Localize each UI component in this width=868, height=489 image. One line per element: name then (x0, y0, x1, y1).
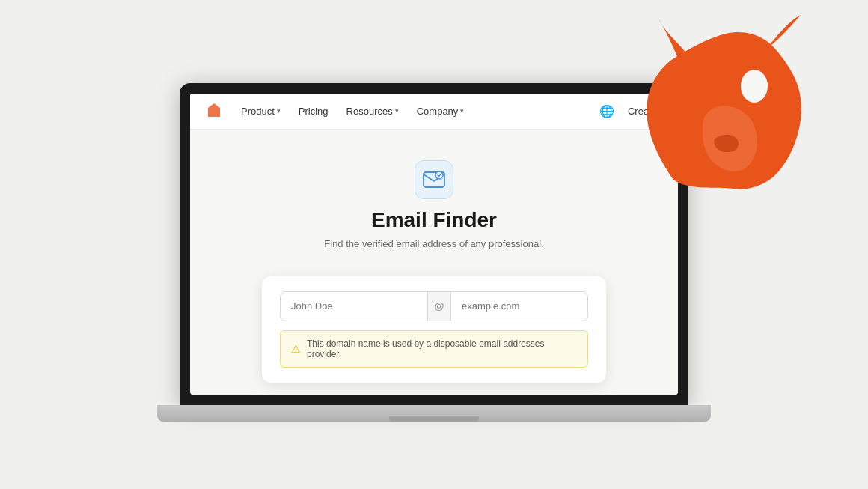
company-chevron-icon: ▾ (460, 107, 464, 115)
laptop-base (157, 405, 711, 422)
nav-item-resources[interactable]: Resources ▾ (339, 101, 406, 121)
page-subtitle: Find the verified email address of any p… (324, 238, 543, 249)
svg-point-2 (435, 171, 443, 179)
warning-box: ⚠ This domain name is used by a disposab… (280, 330, 588, 368)
domain-input[interactable] (451, 293, 588, 319)
nav-item-company[interactable]: Company ▾ (409, 101, 472, 121)
svg-point-0 (741, 70, 768, 103)
nav-company-label: Company (417, 106, 459, 117)
nav-item-pricing[interactable]: Pricing (291, 101, 336, 121)
fox-mascot (629, 15, 823, 210)
main-content: Email Finder Find the verified email add… (190, 130, 678, 395)
nav-resources-label: Resources (346, 106, 393, 117)
warning-text: This domain name is used by a disposable… (307, 338, 577, 359)
nav-product-label: Product (241, 106, 275, 117)
name-input[interactable] (281, 293, 427, 319)
email-finder-icon-wrapper (415, 160, 453, 199)
globe-icon[interactable]: 🌐 (595, 100, 619, 123)
resources-chevron-icon: ▾ (395, 107, 399, 115)
laptop-screen-inner: Product ▾ Pricing Resources ▾ Company ▾ … (190, 94, 678, 395)
product-chevron-icon: ▾ (277, 107, 281, 115)
laptop-screen-outer: Product ▾ Pricing Resources ▾ Company ▾ … (180, 83, 688, 405)
search-card: @ ⚠ This domain name is used by a dispo (262, 276, 606, 383)
at-divider: @ (427, 292, 451, 321)
search-row: @ (280, 291, 588, 321)
laptop: Product ▾ Pricing Resources ▾ Company ▾ … (157, 83, 711, 422)
page-title: Email Finder (371, 208, 497, 232)
navbar: Product ▾ Pricing Resources ▾ Company ▾ … (190, 94, 678, 130)
nav-pricing-label: Pricing (299, 106, 328, 117)
logo (205, 102, 223, 120)
nav-item-product[interactable]: Product ▾ (233, 101, 288, 121)
warning-icon: ⚠ (291, 343, 301, 355)
email-finder-icon (422, 168, 446, 192)
